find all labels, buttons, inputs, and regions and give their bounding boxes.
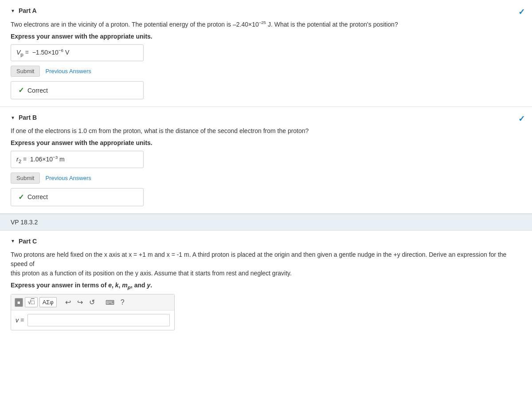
part-a-header[interactable]: ▼ Part A <box>11 7 521 14</box>
part-a-submit-row: Submit Previous Answers <box>11 66 521 77</box>
part-b-submit-button[interactable]: Submit <box>11 173 40 184</box>
part-a-checkmark: ✓ <box>518 7 525 17</box>
math-input-prefix: v = <box>16 317 24 324</box>
part-a-title: Part A <box>19 7 37 14</box>
part-c-question: Two protons are held fixed on the x axis… <box>11 250 521 278</box>
part-b-submit-row: Submit Previous Answers <box>11 173 521 184</box>
part-a-arrow: ▼ <box>11 8 15 13</box>
vp-section: VP 18.3.2 <box>0 214 532 231</box>
part-a-question: Two electrons are in the vicinity of a p… <box>11 20 521 29</box>
vp-label: VP 18.3.2 <box>11 219 38 226</box>
part-a-correct-box: ✓ Correct <box>11 81 144 99</box>
part-c-title: Part C <box>19 238 37 245</box>
toolbar-block-icon[interactable]: ■ <box>15 298 23 307</box>
part-c-arrow: ▼ <box>11 239 15 243</box>
part-a-correct-text: Correct <box>27 87 48 94</box>
part-b-header[interactable]: ▼ Part B <box>11 114 521 121</box>
part-b-correct-text: Correct <box>27 193 48 200</box>
toolbar-asigma-btn[interactable]: ΑΣφ <box>39 297 57 307</box>
part-b-answer-box: r2 = 1.06×10−3 m <box>11 151 144 168</box>
part-b-correct-box: ✓ Correct <box>11 188 144 206</box>
part-b-correct-check: ✓ <box>18 193 24 201</box>
part-b-question: If one of the electrons is 1.0 cm from t… <box>11 126 521 136</box>
part-b-checkmark: ✓ <box>518 114 525 124</box>
part-b-previous-answers-link[interactable]: Previous Answers <box>45 175 91 181</box>
part-b-title: Part B <box>19 114 37 121</box>
part-a-previous-answers-link[interactable]: Previous Answers <box>45 68 91 74</box>
part-c-section: ▼ Part C Two protons are held fixed on t… <box>0 231 532 338</box>
math-toolbar: ■ √□ ΑΣφ ↩ ↪ ↺ ⌨ ? <box>11 294 174 310</box>
toolbar-help-btn[interactable]: ? <box>118 298 127 307</box>
toolbar-redo-btn[interactable]: ↪ <box>75 297 85 307</box>
part-c-express-label: Express your answer in terms of e, k, mp… <box>11 282 521 290</box>
part-b-section: ▼ Part B ✓ If one of the electrons is 1.… <box>0 107 532 213</box>
math-toolbar-container: ■ √□ ΑΣφ ↩ ↪ ↺ ⌨ ? v = <box>11 294 175 330</box>
toolbar-refresh-btn[interactable]: ↺ <box>87 297 97 307</box>
part-b-express-label: Express your answer with the appropriate… <box>11 139 521 146</box>
part-a-submit-button[interactable]: Submit <box>11 66 40 77</box>
part-a-express-label: Express your answer with the appropriate… <box>11 33 521 40</box>
math-input-row: v = <box>11 310 174 330</box>
part-b-arrow: ▼ <box>11 115 15 120</box>
toolbar-undo-btn[interactable]: ↩ <box>63 297 73 307</box>
toolbar-sqrt-icon[interactable]: √□ <box>25 297 38 307</box>
page-container: ▼ Part A ✓ Two electrons are in the vici… <box>0 0 532 396</box>
math-input-field[interactable] <box>27 314 170 326</box>
part-a-section: ▼ Part A ✓ Two electrons are in the vici… <box>0 0 532 107</box>
part-c-header[interactable]: ▼ Part C <box>11 238 521 245</box>
part-a-correct-check: ✓ <box>18 86 24 94</box>
part-a-answer-box: Vp = −1.50×10−6 V <box>11 44 144 61</box>
part-c-content: Two protons are held fixed on the x axis… <box>11 250 521 331</box>
toolbar-keyboard-btn[interactable]: ⌨ <box>103 298 117 307</box>
